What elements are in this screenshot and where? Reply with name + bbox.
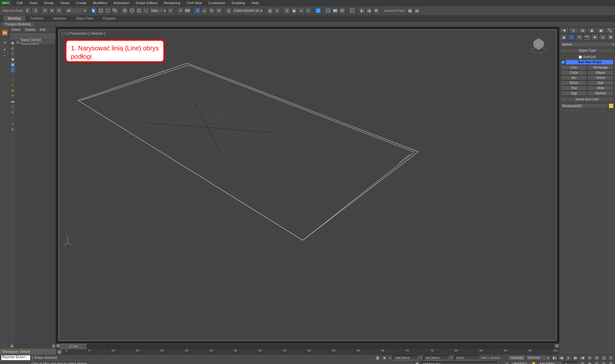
frozen-icon[interactable]: ◆ xyxy=(10,88,15,93)
select-name-button[interactable] xyxy=(98,7,104,14)
script-listener[interactable]: PainterInter: xyxy=(1,355,30,360)
time-config[interactable]: ⏱ xyxy=(580,361,585,364)
menu-tools[interactable]: Tools xyxy=(26,0,41,6)
btn-ngon[interactable]: NGon xyxy=(561,80,587,85)
menu-edit[interactable]: Edit xyxy=(13,0,26,6)
percent-snap-button[interactable]: % xyxy=(208,7,215,14)
frame-num[interactable]: 0 xyxy=(564,361,578,364)
coord-x[interactable]: -296,538cm xyxy=(393,355,419,360)
btn-ellipse[interactable]: Ellipse xyxy=(587,70,614,75)
btn-helix[interactable]: Helix xyxy=(587,86,614,90)
tab-modeling[interactable]: Modeling xyxy=(3,16,25,21)
btn-section[interactable]: Section xyxy=(587,91,614,96)
time-tag-field[interactable]: Add Time Tag xyxy=(421,362,498,364)
btn-donut[interactable]: Donut xyxy=(587,75,614,80)
container-icon[interactable]: ▪ xyxy=(10,82,15,87)
subtab-cameras[interactable]: 📷 xyxy=(584,34,591,40)
sb-icon-2[interactable]: ▲ xyxy=(2,46,8,52)
menu-civil-view[interactable]: Civil View xyxy=(184,0,205,6)
key-big[interactable]: 🔑 xyxy=(529,361,537,364)
rotate-button[interactable] xyxy=(129,7,135,14)
menu-rendering[interactable]: Rendering xyxy=(161,0,184,6)
select-region-button[interactable] xyxy=(105,7,111,14)
subtab-systems[interactable]: ✱ xyxy=(607,34,614,40)
cmdtab-modify[interactable]: ↯ xyxy=(569,28,578,33)
mirror-button[interactable]: ▥ xyxy=(267,7,273,14)
shape-icon[interactable]: ⬡ xyxy=(10,51,15,56)
coord-y[interactable]: 163,306cm xyxy=(424,355,449,360)
timeline-ruler[interactable]: 0510152025303540455055606570758085909510… xyxy=(64,349,559,354)
color-swatch[interactable] xyxy=(609,103,614,108)
sphere-icon[interactable]: ◉ xyxy=(10,40,15,45)
app-badge[interactable]: MAX xyxy=(1,1,11,5)
sb-icon-3[interactable]: ─ xyxy=(2,53,8,58)
rendered-frame-button[interactable] xyxy=(332,7,338,14)
layer-explorer-button[interactable]: ☰ xyxy=(284,7,290,14)
anim-next-frame[interactable]: ▮▸ xyxy=(573,355,578,361)
time-next[interactable]: ▸ xyxy=(555,343,559,348)
btn-arc[interactable]: Arc xyxy=(561,75,587,80)
startnew-check[interactable] xyxy=(561,61,565,64)
time-track[interactable]: 0 / 100 xyxy=(60,343,555,349)
unknown-btn-3[interactable]: ◓ xyxy=(373,7,379,14)
move-button[interactable] xyxy=(122,7,128,14)
autogrid-check[interactable] xyxy=(579,55,582,59)
cmdtab-motion[interactable]: ◉ xyxy=(587,28,596,33)
sub-polygon-modeling[interactable]: Polygon Modeling xyxy=(2,22,34,27)
btn-text[interactable]: Text xyxy=(561,86,587,90)
key-icon[interactable]: ⌀ xyxy=(504,361,510,364)
time-thumb[interactable]: 0 / 100 xyxy=(61,344,86,349)
nav-1[interactable]: ⊕ xyxy=(587,355,593,361)
curve-editor-button[interactable]: ∿ xyxy=(298,7,304,14)
subtab-spacewarps[interactable]: ≋ xyxy=(599,34,606,40)
nav-7[interactable]: ⊡ xyxy=(601,361,607,364)
schematic-view-button[interactable]: ⬡ xyxy=(305,7,311,14)
tab-selection[interactable]: Selection xyxy=(48,16,71,21)
hidden-icon[interactable]: ▼ xyxy=(10,93,15,98)
scroll-left-icon[interactable]: ◂ xyxy=(10,344,14,348)
ref-coord-combo[interactable]: View▾ xyxy=(150,8,167,13)
snap-toggle-button[interactable]: 3 xyxy=(194,7,201,14)
menu-graph-editors[interactable]: Graph Editors xyxy=(133,0,161,6)
misc-icon-3[interactable]: ≡ xyxy=(10,110,15,114)
unlink-button[interactable] xyxy=(49,7,55,14)
pivot-button[interactable] xyxy=(167,7,174,14)
misc-icon-2[interactable]: ─ xyxy=(10,104,15,109)
nav-4[interactable]: ↻ xyxy=(608,355,614,361)
fp-button[interactable]: Fp xyxy=(2,30,8,36)
anim-goto-start[interactable]: ▮◂ xyxy=(551,355,557,361)
cmdtab-create[interactable]: ✸ xyxy=(560,28,569,33)
rollout-object-type[interactable]: Object Type xyxy=(560,48,614,53)
paint-btn-1[interactable]: ▦ xyxy=(407,7,413,14)
subtab-shapes[interactable]: ⬡ xyxy=(568,34,575,40)
paint-btn-2[interactable]: ▤ xyxy=(414,7,420,14)
spinner-snap-button[interactable]: ⟲ xyxy=(215,7,222,14)
menu-create[interactable]: Create xyxy=(73,0,90,6)
bone-icon[interactable]: ⋮ xyxy=(10,77,15,82)
nav-2[interactable]: ⊞ xyxy=(594,355,600,361)
helper-icon[interactable]: ▦ xyxy=(10,62,15,67)
nav-5[interactable]: ✥ xyxy=(587,361,593,364)
settings-icon[interactable]: ≡ xyxy=(10,127,15,132)
time-prev[interactable]: ◂ xyxy=(56,343,60,348)
nav-3[interactable]: ◲ xyxy=(601,355,607,361)
light-icon[interactable]: ◎ xyxy=(10,46,15,51)
time-tag-icon[interactable]: ▣ xyxy=(414,361,420,364)
unknown-btn-1[interactable]: ◐ xyxy=(359,7,365,14)
anim-play[interactable]: ▸ xyxy=(566,355,571,361)
menu-scripting[interactable]: Scripting xyxy=(228,0,248,6)
autokey-button[interactable]: Auto Key xyxy=(508,355,525,360)
btn-circle[interactable]: Circle xyxy=(561,70,587,75)
menu-group[interactable]: Group xyxy=(41,0,57,6)
anim-prev-frame[interactable]: ◂▮ xyxy=(559,355,564,361)
manipulate-button[interactable]: ✦ xyxy=(177,7,184,14)
anim-goto-end[interactable]: ▸▮ xyxy=(580,355,585,361)
tab-freeform[interactable]: Freeform xyxy=(26,16,48,21)
cmdtab-utilities[interactable]: 🔧 xyxy=(606,28,614,33)
se-tab-edit[interactable]: Edit xyxy=(40,28,46,31)
autodesk-360-button[interactable] xyxy=(349,7,355,14)
material-editor-button[interactable] xyxy=(315,7,321,14)
viewcube[interactable] xyxy=(527,34,550,56)
menu-animation[interactable]: Animation xyxy=(110,0,133,6)
se-hscroll[interactable]: ◂ ▸ xyxy=(10,343,56,349)
